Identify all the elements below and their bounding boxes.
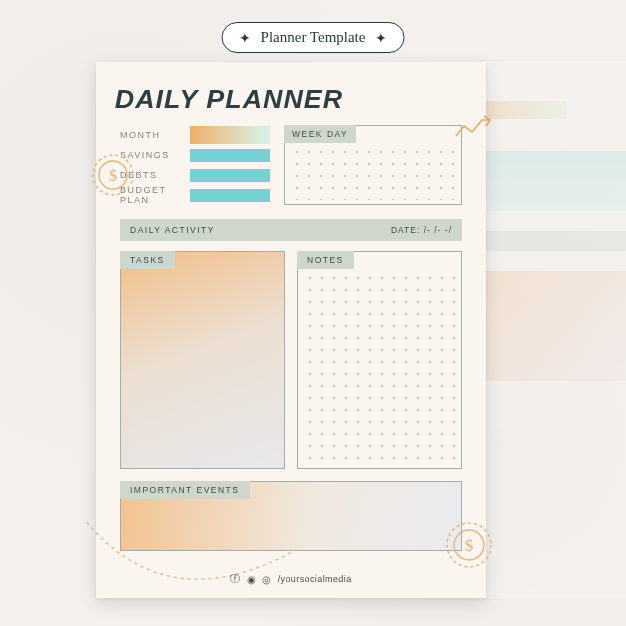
notes-panel[interactable]: NOTES (297, 251, 462, 469)
trend-arrow-icon (454, 112, 494, 142)
tasks-gradient (121, 252, 284, 468)
sparkle-icon: ✦ (239, 30, 251, 46)
debts-input-area[interactable] (190, 169, 270, 182)
badge-label: Planner Template (261, 29, 366, 46)
left-label-column: MONTH SAVINGS DEBTS BUDGET PLAN (120, 125, 270, 205)
date-value[interactable]: /- /- -/ (424, 225, 452, 235)
footer: ⓕ ◉ ◎ /yoursocialmedia (96, 572, 486, 586)
savings-input-area[interactable] (190, 149, 270, 162)
mid-panels: TASKS NOTES (120, 251, 462, 469)
planner-sheet: DAILY PLANNER MONTH SAVINGS DEBTS BUDGET… (96, 62, 486, 598)
sparkle-icon: ✦ (375, 30, 387, 46)
social-handle: /yoursocialmedia (278, 574, 352, 584)
weekday-dot-grid (291, 146, 455, 200)
notes-dot-grid (304, 272, 455, 462)
budget-input-area[interactable] (190, 189, 270, 202)
activity-label: DAILY ACTIVITY (130, 225, 215, 235)
month-input-area[interactable] (190, 126, 270, 144)
row-month: MONTH (120, 125, 270, 145)
tasks-panel[interactable]: TASKS (120, 251, 285, 469)
date-area: DATE: /- /- -/ (391, 225, 452, 235)
row-budget: BUDGET PLAN (120, 185, 270, 205)
title-badge: ✦ Planner Template ✦ (222, 22, 405, 53)
events-panel[interactable]: IMPORTANT EVENTS (120, 481, 462, 551)
page-title: DAILY PLANNER (115, 84, 467, 115)
tasks-header: TASKS (120, 251, 175, 269)
weekday-header: WEEK DAY (284, 125, 356, 143)
svg-text:$: $ (465, 536, 474, 555)
row-debts: DEBTS (120, 165, 270, 185)
top-row: MONTH SAVINGS DEBTS BUDGET PLAN WEEK DAY (120, 125, 462, 205)
facebook-icon[interactable]: ⓕ (230, 572, 240, 586)
activity-band: DAILY ACTIVITY DATE: /- /- -/ (120, 219, 462, 241)
weekday-box[interactable]: WEEK DAY (284, 125, 462, 205)
date-label: DATE: (391, 225, 420, 235)
twitter-icon[interactable]: ◉ (247, 574, 256, 585)
notes-header: NOTES (297, 251, 354, 269)
label-month: MONTH (120, 130, 182, 140)
svg-text:$: $ (109, 167, 117, 184)
events-header: IMPORTANT EVENTS (120, 481, 250, 499)
instagram-icon[interactable]: ◎ (262, 574, 271, 585)
coin-icon: $ (444, 520, 494, 570)
coin-icon: $ (90, 152, 136, 198)
row-savings: SAVINGS (120, 145, 270, 165)
